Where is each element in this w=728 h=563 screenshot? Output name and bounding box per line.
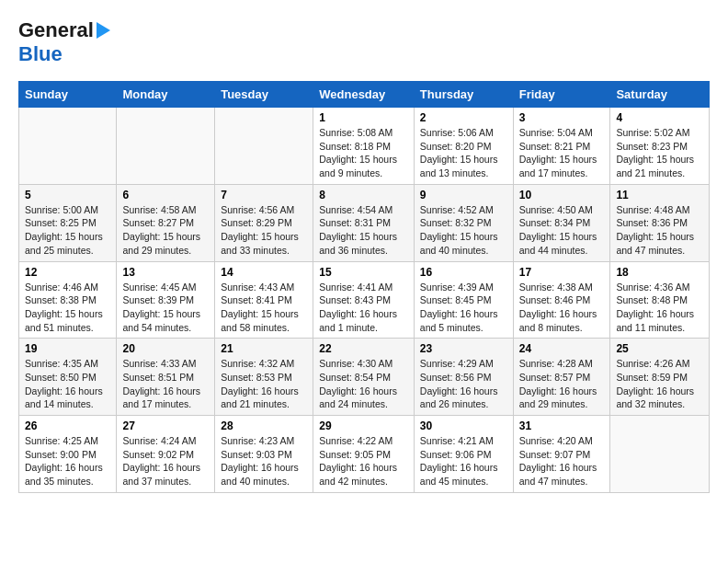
calendar-cell: 21Sunrise: 4:32 AMSunset: 8:53 PMDayligh… [215,339,313,416]
day-info: Sunrise: 4:26 AMSunset: 8:59 PMDaylight:… [616,357,703,411]
day-number: 2 [420,111,507,124]
calendar-cell: 10Sunrise: 4:50 AMSunset: 8:34 PMDayligh… [513,184,610,261]
day-number: 25 [616,342,703,355]
day-number: 26 [25,419,110,432]
calendar-week-4: 19Sunrise: 4:35 AMSunset: 8:50 PMDayligh… [19,339,710,416]
day-number: 19 [25,342,110,355]
day-number: 30 [420,419,507,432]
day-info: Sunrise: 4:25 AMSunset: 9:00 PMDaylight:… [25,434,110,488]
day-info: Sunrise: 4:39 AMSunset: 8:45 PMDaylight:… [420,281,507,335]
calendar-week-5: 26Sunrise: 4:25 AMSunset: 9:00 PMDayligh… [19,416,710,493]
day-number: 3 [519,111,605,124]
calendar-week-3: 12Sunrise: 4:46 AMSunset: 8:38 PMDayligh… [19,261,710,339]
day-info: Sunrise: 5:06 AMSunset: 8:20 PMDaylight:… [420,126,507,180]
calendar-cell: 7Sunrise: 4:56 AMSunset: 8:29 PMDaylight… [215,184,313,261]
calendar-cell: 14Sunrise: 4:43 AMSunset: 8:41 PMDayligh… [215,261,313,339]
day-number: 8 [319,189,408,201]
day-number: 20 [122,342,209,355]
calendar-cell: 2Sunrise: 5:06 AMSunset: 8:20 PMDaylight… [414,108,513,185]
col-header-sunday: Sunday [19,82,117,108]
calendar-cell: 19Sunrise: 4:35 AMSunset: 8:50 PMDayligh… [19,339,117,416]
day-info: Sunrise: 4:23 AMSunset: 9:03 PMDaylight:… [221,434,307,488]
day-number: 28 [221,419,307,432]
calendar-table: SundayMondayTuesdayWednesdayThursdayFrid… [18,81,710,493]
day-info: Sunrise: 4:21 AMSunset: 9:06 PMDaylight:… [420,434,507,488]
day-number: 12 [25,266,110,279]
day-info: Sunrise: 4:36 AMSunset: 8:48 PMDaylight:… [616,281,703,335]
page-header: General Blue [18,18,710,66]
day-number: 29 [319,419,408,432]
day-info: Sunrise: 4:41 AMSunset: 8:43 PMDaylight:… [319,281,408,335]
day-number: 14 [221,266,307,279]
day-info: Sunrise: 4:38 AMSunset: 8:46 PMDaylight:… [519,281,605,335]
day-info: Sunrise: 4:46 AMSunset: 8:38 PMDaylight:… [25,281,110,335]
day-number: 4 [616,111,703,124]
calendar-cell: 25Sunrise: 4:26 AMSunset: 8:59 PMDayligh… [610,339,710,416]
day-info: Sunrise: 4:33 AMSunset: 8:51 PMDaylight:… [122,357,209,411]
day-number: 5 [25,189,110,201]
day-info: Sunrise: 4:32 AMSunset: 8:53 PMDaylight:… [221,357,307,411]
logo-text-blue: Blue [18,42,63,65]
day-number: 31 [519,419,605,432]
day-number: 15 [319,266,408,279]
calendar-cell: 11Sunrise: 4:48 AMSunset: 8:36 PMDayligh… [610,184,710,261]
calendar-cell: 13Sunrise: 4:45 AMSunset: 8:39 PMDayligh… [117,261,215,339]
day-number: 22 [319,342,408,355]
day-number: 13 [122,266,209,279]
calendar-cell [19,108,117,185]
day-info: Sunrise: 5:08 AMSunset: 8:18 PMDaylight:… [319,126,408,180]
day-number: 6 [122,189,209,201]
day-info: Sunrise: 4:52 AMSunset: 8:32 PMDaylight:… [420,203,507,258]
day-number: 23 [420,342,507,355]
day-info: Sunrise: 4:28 AMSunset: 8:57 PMDaylight:… [519,357,605,411]
day-info: Sunrise: 5:00 AMSunset: 8:25 PMDaylight:… [25,203,110,258]
calendar-cell: 27Sunrise: 4:24 AMSunset: 9:02 PMDayligh… [117,416,215,493]
calendar-cell: 16Sunrise: 4:39 AMSunset: 8:45 PMDayligh… [414,261,513,339]
calendar-cell: 9Sunrise: 4:52 AMSunset: 8:32 PMDaylight… [414,184,513,261]
calendar-cell: 30Sunrise: 4:21 AMSunset: 9:06 PMDayligh… [414,416,513,493]
day-number: 11 [616,189,703,201]
col-header-wednesday: Wednesday [313,82,415,108]
calendar-cell: 17Sunrise: 4:38 AMSunset: 8:46 PMDayligh… [513,261,610,339]
calendar-cell: 29Sunrise: 4:22 AMSunset: 9:05 PMDayligh… [313,416,415,493]
day-info: Sunrise: 4:43 AMSunset: 8:41 PMDaylight:… [221,281,307,335]
calendar-cell [610,416,710,493]
calendar-cell: 28Sunrise: 4:23 AMSunset: 9:03 PMDayligh… [215,416,313,493]
col-header-friday: Friday [513,82,610,108]
calendar-cell: 5Sunrise: 5:00 AMSunset: 8:25 PMDaylight… [19,184,117,261]
calendar-cell: 15Sunrise: 4:41 AMSunset: 8:43 PMDayligh… [313,261,415,339]
calendar-week-2: 5Sunrise: 5:00 AMSunset: 8:25 PMDaylight… [19,184,710,261]
calendar-cell [117,108,215,185]
calendar-cell: 3Sunrise: 5:04 AMSunset: 8:21 PMDaylight… [513,108,610,185]
calendar-cell: 20Sunrise: 4:33 AMSunset: 8:51 PMDayligh… [117,339,215,416]
day-info: Sunrise: 4:30 AMSunset: 8:54 PMDaylight:… [319,357,408,411]
calendar-cell: 12Sunrise: 4:46 AMSunset: 8:38 PMDayligh… [19,261,117,339]
col-header-tuesday: Tuesday [215,82,313,108]
day-number: 16 [420,266,507,279]
day-number: 17 [519,266,605,279]
calendar-cell: 31Sunrise: 4:20 AMSunset: 9:07 PMDayligh… [513,416,610,493]
col-header-saturday: Saturday [610,82,710,108]
day-info: Sunrise: 5:02 AMSunset: 8:23 PMDaylight:… [616,126,703,180]
day-info: Sunrise: 4:58 AMSunset: 8:27 PMDaylight:… [122,203,209,258]
calendar-cell: 4Sunrise: 5:02 AMSunset: 8:23 PMDaylight… [610,108,710,185]
day-info: Sunrise: 5:04 AMSunset: 8:21 PMDaylight:… [519,126,605,180]
day-number: 27 [122,419,209,432]
day-info: Sunrise: 4:56 AMSunset: 8:29 PMDaylight:… [221,203,307,258]
day-info: Sunrise: 4:54 AMSunset: 8:31 PMDaylight:… [319,203,408,258]
day-number: 7 [221,189,307,201]
calendar-cell: 24Sunrise: 4:28 AMSunset: 8:57 PMDayligh… [513,339,610,416]
calendar-cell: 6Sunrise: 4:58 AMSunset: 8:27 PMDaylight… [117,184,215,261]
day-number: 9 [420,189,507,201]
day-info: Sunrise: 4:50 AMSunset: 8:34 PMDaylight:… [519,203,605,258]
col-header-thursday: Thursday [414,82,513,108]
day-number: 18 [616,266,703,279]
calendar-cell: 8Sunrise: 4:54 AMSunset: 8:31 PMDaylight… [313,184,415,261]
day-info: Sunrise: 4:35 AMSunset: 8:50 PMDaylight:… [25,357,110,411]
calendar-week-1: 1Sunrise: 5:08 AMSunset: 8:18 PMDaylight… [19,108,710,185]
day-number: 21 [221,342,307,355]
day-number: 10 [519,189,605,201]
day-number: 24 [519,342,605,355]
day-info: Sunrise: 4:24 AMSunset: 9:02 PMDaylight:… [122,434,209,488]
day-number: 1 [319,111,408,124]
